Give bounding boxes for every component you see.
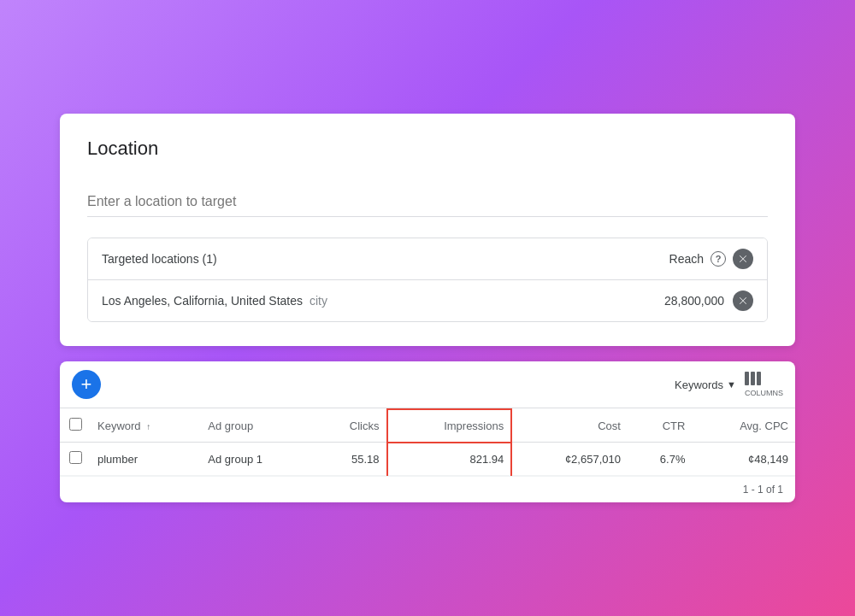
keywords-toolbar: + Keywords ▼ COLUMNS	[60, 361, 795, 408]
reach-value: 28,800,000	[664, 294, 724, 308]
columns-button[interactable]: COLUMNS	[745, 372, 783, 397]
header-avg-cpc: Avg. CPC	[692, 409, 795, 443]
keyword-col-label: Keyword	[97, 419, 141, 432]
add-keyword-button[interactable]: +	[72, 370, 101, 399]
cost-col-label: Cost	[598, 419, 621, 432]
row-clicks: 55.18	[314, 443, 386, 476]
row-ctr: 6.7%	[628, 443, 692, 476]
keywords-table: Keyword ↑ Ad group Clicks Impressions Co…	[60, 408, 795, 476]
remove-location-button[interactable]	[733, 290, 753, 311]
location-card-title: Location	[87, 138, 768, 160]
table-header-row: Keyword ↑ Ad group Clicks Impressions Co…	[60, 409, 795, 443]
reach-help-icon[interactable]: ?	[711, 251, 726, 267]
targeted-location-row: Los Angeles, California, United States c…	[88, 280, 767, 321]
ctr-col-label: CTR	[663, 419, 686, 432]
location-search-input[interactable]	[87, 191, 768, 213]
columns-label: COLUMNS	[745, 389, 783, 397]
toolbar-right: Keywords ▼ COLUMNS	[675, 372, 783, 397]
header-adgroup: Ad group	[201, 409, 314, 443]
chevron-down-icon: ▼	[727, 379, 736, 390]
impressions-col-label: Impressions	[444, 419, 504, 432]
row-checkbox-col	[60, 443, 91, 476]
location-reach: 28,800,000	[664, 290, 753, 311]
header-cost: Cost	[511, 409, 628, 443]
adgroup-col-label: Ad group	[208, 419, 253, 432]
pagination: 1 - 1 of 1	[60, 476, 795, 502]
row-checkbox[interactable]	[69, 451, 82, 464]
header-checkbox-col	[60, 409, 91, 443]
remove-all-locations-button[interactable]	[733, 249, 753, 269]
header-keyword: Keyword ↑	[91, 409, 201, 443]
header-clicks: Clicks	[314, 409, 386, 443]
row-cost: ¢2,657,010	[511, 443, 628, 476]
add-icon: +	[81, 375, 92, 394]
location-details: Los Angeles, California, United States c…	[102, 294, 327, 308]
col-bar-2	[751, 372, 755, 385]
sort-icon: ↑	[146, 422, 150, 431]
location-card: Location Targeted locations (1) Reach ? …	[60, 114, 795, 346]
col-bar-1	[745, 372, 749, 385]
location-name: Los Angeles, California, United States	[102, 294, 303, 308]
keywords-card: + Keywords ▼ COLUMNS	[60, 361, 795, 502]
select-all-checkbox[interactable]	[69, 418, 82, 431]
reach-label: Reach	[669, 252, 704, 266]
header-impressions: Impressions	[387, 409, 512, 443]
keywords-dropdown[interactable]: Keywords ▼	[675, 378, 736, 391]
row-keyword: plumber	[91, 443, 201, 476]
row-adgroup: Ad group 1	[201, 443, 314, 476]
header-ctr: CTR	[628, 409, 692, 443]
row-impressions: 821.94	[387, 443, 512, 476]
targeted-locations-label: Targeted locations (1)	[102, 252, 217, 266]
reach-header: Reach ?	[669, 249, 753, 269]
row-avg-cpc: ¢48,149	[692, 443, 795, 476]
pagination-label: 1 - 1 of 1	[743, 484, 783, 496]
targeted-locations-header: Targeted locations (1) Reach ?	[88, 238, 767, 280]
clicks-col-label: Clicks	[350, 419, 380, 432]
avg-cpc-col-label: Avg. CPC	[740, 419, 788, 432]
targeted-locations-table: Targeted locations (1) Reach ? Los Angel…	[87, 238, 768, 322]
keywords-dropdown-label: Keywords	[675, 378, 723, 391]
location-input-wrapper[interactable]	[87, 191, 768, 217]
location-type: city	[310, 294, 327, 308]
table-row: plumber Ad group 1 55.18 821.94 ¢2,657,0…	[60, 443, 795, 476]
col-bar-3	[757, 372, 761, 385]
